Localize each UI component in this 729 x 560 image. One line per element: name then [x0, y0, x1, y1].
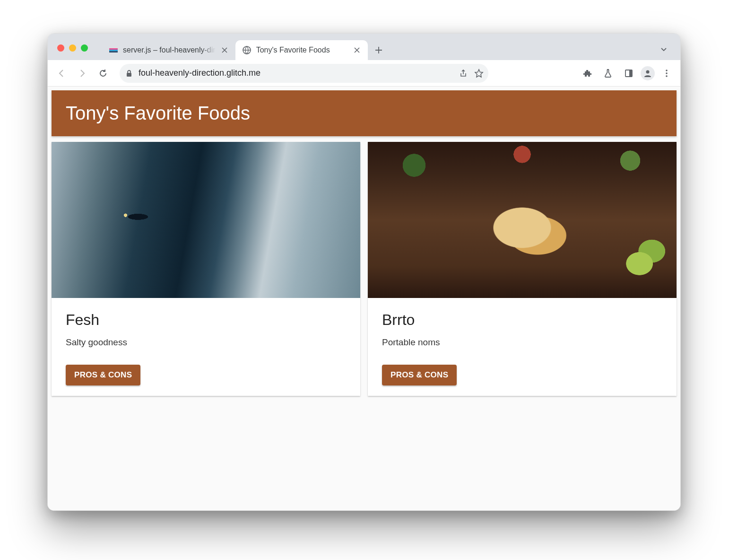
- labs-icon[interactable]: [599, 64, 617, 82]
- card-body: Fesh Salty goodness PROS & CONS: [52, 298, 360, 396]
- card-title: Fesh: [66, 311, 346, 329]
- globe-favicon: [242, 45, 252, 55]
- tab-active[interactable]: Tony's Favorite Foods: [235, 40, 368, 60]
- maximize-window-button[interactable]: [81, 44, 88, 52]
- card-image-fish: [52, 142, 360, 298]
- extensions-button[interactable]: [578, 64, 596, 82]
- food-card: Fesh Salty goodness PROS & CONS: [52, 142, 360, 396]
- address-bar[interactable]: foul-heavenly-direction.glitch.me: [120, 64, 488, 83]
- card-image-burrito: [368, 142, 677, 298]
- kebab-menu-icon[interactable]: [658, 64, 676, 82]
- forward-button[interactable]: [73, 64, 91, 82]
- svg-point-9: [666, 72, 668, 74]
- svg-point-8: [666, 70, 668, 71]
- tabs-dropdown-button[interactable]: [657, 42, 671, 56]
- glitch-favicon: [109, 45, 118, 55]
- back-button[interactable]: [52, 64, 70, 82]
- tab-strip: server.js – foul-heavenly-dir Tony's Fav…: [48, 34, 680, 60]
- cards-container: Fesh Salty goodness PROS & CONS Brrto Po…: [48, 142, 680, 396]
- pros-cons-button[interactable]: PROS & CONS: [66, 365, 140, 385]
- svg-rect-0: [109, 48, 118, 50]
- new-tab-button[interactable]: [371, 42, 387, 58]
- close-tab-icon[interactable]: [353, 46, 361, 54]
- food-card: Brrto Portable noms PROS & CONS: [368, 142, 677, 396]
- side-panel-icon[interactable]: [620, 64, 638, 82]
- url-text: foul-heavenly-direction.glitch.me: [139, 68, 454, 78]
- bookmark-star-icon[interactable]: [474, 69, 484, 78]
- page-title: Tony's Favorite Foods: [66, 103, 662, 124]
- card-description: Portable noms: [382, 337, 662, 348]
- lock-icon: [124, 70, 134, 77]
- close-window-button[interactable]: [57, 44, 64, 52]
- pros-cons-button[interactable]: PROS & CONS: [382, 365, 457, 385]
- page-header: Tony's Favorite Foods: [52, 90, 677, 136]
- svg-rect-1: [109, 50, 118, 51]
- minimize-window-button[interactable]: [69, 44, 76, 52]
- tab-title: server.js – foul-heavenly-dir: [123, 46, 216, 54]
- reload-button[interactable]: [94, 64, 112, 82]
- svg-point-7: [646, 70, 650, 73]
- profile-avatar[interactable]: [641, 66, 655, 80]
- svg-rect-6: [629, 70, 632, 77]
- card-body: Brrto Portable noms PROS & CONS: [368, 298, 677, 396]
- browser-window: server.js – foul-heavenly-dir Tony's Fav…: [47, 33, 681, 511]
- card-description: Salty goodness: [66, 337, 346, 348]
- tab-title: Tony's Favorite Foods: [256, 46, 348, 54]
- card-title: Brrto: [382, 311, 662, 329]
- window-controls: [57, 44, 88, 60]
- close-tab-icon[interactable]: [220, 46, 229, 54]
- svg-rect-4: [127, 73, 131, 77]
- page-viewport: Tony's Favorite Foods Fesh Salty goodnes…: [48, 87, 680, 510]
- svg-rect-2: [109, 51, 118, 52]
- share-icon[interactable]: [459, 69, 468, 78]
- tab-inactive[interactable]: server.js – foul-heavenly-dir: [102, 40, 235, 60]
- toolbar: foul-heavenly-direction.glitch.me: [48, 60, 680, 87]
- svg-point-10: [666, 75, 668, 77]
